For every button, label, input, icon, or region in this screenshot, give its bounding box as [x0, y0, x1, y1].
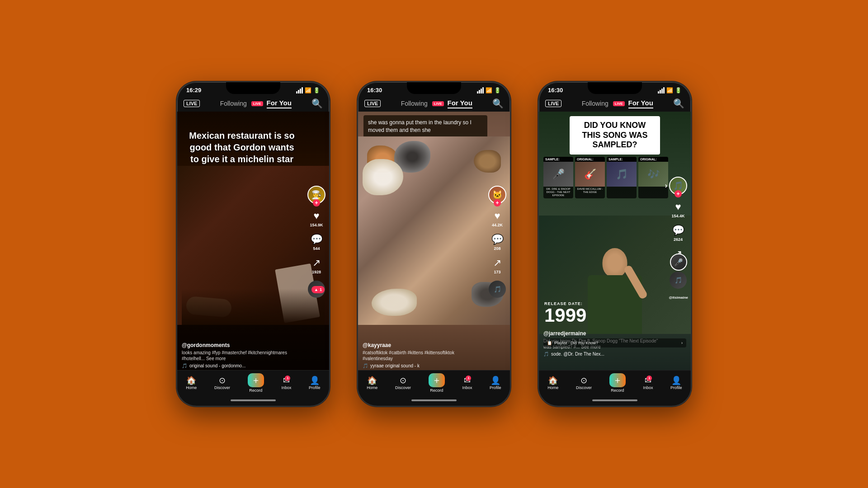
share-action-1[interactable]: ↗ 1928	[312, 257, 321, 274]
share-action-2[interactable]: ↗ 173	[493, 257, 501, 274]
nav-discover-2[interactable]: ⊙ Discover	[395, 376, 411, 390]
nav-discover-label-3: Discover	[576, 385, 592, 390]
side-actions-1: 👨‍🍳 + ♥ 154.9K 💬 544 ↗ 1928	[307, 186, 326, 298]
sample-caption-2: DAVID MCCALLUM - THE EDGE	[575, 187, 605, 195]
discover-icon-3: ⊙	[580, 376, 587, 385]
sample-caption-1: DR. DRE & SNOOP DOGG - THE NEXT EPISODE	[543, 187, 573, 198]
home-icon-1: 🏠	[186, 376, 196, 385]
playlist-icon-3: 📋	[547, 341, 552, 345]
nav-inbox-3[interactable]: ✉ Inbox 1	[643, 376, 653, 390]
inbox-badge-3: 1	[646, 375, 652, 381]
creator2-label-3: @itsimaine	[669, 296, 688, 300]
nav-record-2[interactable]: ＋ Record	[429, 373, 445, 393]
status-icons-1: 📶 🔋	[296, 87, 320, 94]
video-bg-1: Mexican restaurant is so good that Gordo…	[177, 112, 329, 370]
music-icon-2: 🎵	[363, 363, 368, 368]
notch-3	[588, 82, 642, 94]
creator-avatar2-3[interactable]: 🎤	[670, 253, 687, 271]
nav-profile-label-1: Profile	[309, 385, 321, 390]
comment-icon-3: 💬	[672, 225, 684, 236]
scroll-arrow-3: ›	[665, 182, 667, 190]
comment-action-2[interactable]: 💬 208	[491, 234, 504, 251]
creator-name-1[interactable]: @gordonmoments	[182, 342, 304, 348]
comment-icon-1: 💬	[311, 234, 323, 245]
nav-inbox-label-3: Inbox	[643, 385, 653, 390]
signal-icon-2	[477, 87, 484, 94]
nav-profile-3[interactable]: 👤 Profile	[670, 376, 682, 390]
live-button-2[interactable]: LIVE	[364, 100, 381, 107]
live-badge-3: LIVE	[613, 101, 625, 106]
home-indicator-3	[592, 399, 637, 401]
discover-icon-2: ⊙	[400, 376, 406, 385]
release-year-3: 1999	[544, 306, 666, 325]
notch-1	[226, 82, 280, 94]
creator-name-3[interactable]: @jarredjermaine	[543, 330, 666, 337]
nav-record-label-3: Record	[611, 388, 624, 393]
creator-name-2[interactable]: @kayyraae	[363, 342, 485, 348]
live-button-3[interactable]: LIVE	[545, 100, 561, 107]
playlist-label-3: Playlist · Did You Know?	[554, 341, 598, 345]
playlist-row-3[interactable]: 📋 Playlist · Did You Know? ›	[543, 338, 686, 347]
comment-action-1[interactable]: 💬 544	[311, 234, 323, 251]
nav-home-3[interactable]: 🏠 Home	[547, 376, 558, 390]
sample-caption-4	[638, 187, 668, 188]
music-icon-3: 🎵	[543, 352, 549, 357]
nav-profile-1[interactable]: 👤 Profile	[309, 376, 321, 390]
creator-avatar-1[interactable]: 👨‍🍳 +	[307, 186, 326, 204]
video-area-1[interactable]: Mexican restaurant is so good that Gordo…	[177, 112, 329, 370]
search-icon-2[interactable]: 🔍	[492, 98, 504, 109]
following-tab-3[interactable]: Following	[582, 100, 609, 107]
sample-label-2: ORIGINAL:	[575, 157, 605, 162]
search-icon-1[interactable]: 🔍	[311, 98, 323, 109]
music-disc-3: 🎵	[670, 272, 687, 289]
creator-avatar-3[interactable]: 🎵 +	[669, 177, 687, 195]
following-tab-2[interactable]: Following	[401, 100, 428, 107]
nav-home-label-2: Home	[367, 385, 377, 390]
nav-record-1[interactable]: ＋ Record	[248, 373, 264, 393]
nav-home-label-3: Home	[547, 385, 558, 390]
like-action-1[interactable]: ♥ 154.9K	[310, 210, 323, 227]
live-badge-1: LIVE	[251, 101, 263, 106]
notch-2	[407, 82, 461, 94]
release-date-3: RELEASE DATE: 1999	[544, 301, 666, 325]
nav-inbox-2[interactable]: ✉ Inbox 1	[462, 376, 472, 390]
comment-action-3[interactable]: 💬 2624	[672, 225, 684, 242]
side-actions-2: 🐱 + ♥ 44.2K 💬 208 ↗ 173	[488, 186, 506, 298]
nav-home-2[interactable]: 🏠 Home	[367, 376, 377, 390]
nav-discover-1[interactable]: ⊙ Discover	[214, 376, 230, 390]
nav-inbox-1[interactable]: ✉ Inbox 1	[281, 376, 291, 390]
foryou-tab-3[interactable]: For You	[628, 99, 653, 108]
nav-home-1[interactable]: 🏠 Home	[186, 376, 197, 390]
status-icons-3: 📶 🔋	[658, 87, 682, 94]
follow-button-3[interactable]: +	[675, 190, 682, 197]
comment-count-2: 208	[494, 246, 500, 251]
nav-inbox-label-1: Inbox	[281, 385, 291, 390]
sample-label-1: SAMPLE:	[543, 157, 573, 162]
notification-badge-1[interactable]: ▲1	[311, 286, 325, 293]
music-row-1[interactable]: 🎵 original sound - gordonmo...	[182, 363, 304, 368]
wifi-icon-2: 📶	[486, 87, 492, 94]
foryou-tab-2[interactable]: For You	[448, 99, 472, 108]
share-count-1: 1928	[312, 270, 321, 274]
time-1: 16:29	[186, 87, 201, 94]
phones-container: 16:29 📶 🔋 LIVE Following LIVE For You	[176, 81, 692, 407]
follow-button-1[interactable]: +	[313, 199, 320, 206]
sample-label-4: ORIGINAL:	[638, 157, 668, 162]
video-area-3[interactable]: DID YOU KNOW THIS SONG WAS SAMPLED? SAMP…	[539, 112, 691, 370]
nav-profile-2[interactable]: 👤 Profile	[490, 376, 501, 390]
video-area-2[interactable]: she was gonna put them in the laundry so…	[358, 112, 510, 370]
music-row-2[interactable]: 🎵 yyraae original sound - k	[363, 363, 485, 368]
nav-discover-3[interactable]: ⊙ Discover	[576, 376, 592, 390]
like-action-2[interactable]: ♥ 44.2K	[492, 210, 503, 227]
foryou-tab-1[interactable]: For You	[267, 99, 292, 108]
signal-icon-3	[658, 87, 665, 94]
music-row-3[interactable]: 🎵 sode. @Dr. Dre The Nex...	[543, 352, 666, 357]
like-count-3: 154.4K	[671, 214, 684, 218]
like-action-3[interactable]: ♥ 154.4K	[671, 201, 684, 218]
creator-avatar-2[interactable]: 🐱 +	[488, 186, 506, 204]
live-button-1[interactable]: LIVE	[184, 100, 200, 107]
following-tab-1[interactable]: Following	[220, 100, 247, 107]
nav-record-3[interactable]: ＋ Record	[609, 373, 626, 393]
follow-button-2[interactable]: +	[494, 199, 501, 206]
search-icon-3[interactable]: 🔍	[673, 98, 684, 109]
